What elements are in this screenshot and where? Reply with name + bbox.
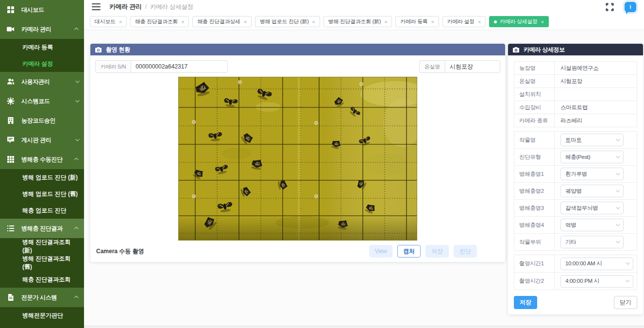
chevron-down-icon	[626, 261, 630, 265]
sidebar-item-label: 카메라 관리	[21, 25, 75, 34]
table-row: 카메라 종류라즈베리	[514, 114, 637, 127]
sidebar-item[interactable]: 전문가 시스템	[0, 288, 84, 307]
sidebar-item-label: 병해충 진단결과	[21, 224, 75, 233]
select-value: 토마토	[565, 137, 582, 144]
sidebar-item-label: 게시판 관리	[21, 136, 75, 144]
table-row: 병해충명2궤양병	[514, 183, 637, 200]
camera-info-table: 농장명시설원예연구소온실명시험포장설치위치수집장비스마트트랩카메라 종류라즈베리	[514, 61, 637, 127]
close-button[interactable]: 닫기	[614, 296, 637, 309]
tab-item[interactable]: 병해 업로드 진단 (新)×	[255, 16, 320, 27]
select-dropdown[interactable]: 역병	[560, 219, 624, 231]
sidebar-item-label: 농장코드승인	[21, 117, 78, 125]
sidebar-subitem[interactable]: 카메라 등록	[0, 39, 84, 55]
sidebar-item[interactable]: 시스템코드	[0, 91, 84, 111]
sidebar-item[interactable]: 병해충 진단결과	[0, 219, 84, 238]
doc-icon	[7, 293, 15, 301]
sidebar-subitem[interactable]: 병해전문가판단	[0, 307, 84, 324]
menu-toggle-icon[interactable]	[92, 3, 101, 10]
tab-close-icon[interactable]: ×	[312, 19, 315, 25]
tab-label: 병해 진단결과조회 (新)	[328, 18, 381, 25]
sidebar-subitem[interactable]: 병해 업로드 진단 (新)	[0, 169, 84, 186]
fullscreen-icon[interactable]	[606, 3, 614, 11]
sidebar-item-label: 전문가 시스템	[21, 293, 75, 302]
select-dropdown[interactable]: 흰가루병	[560, 168, 624, 180]
tab-item[interactable]: 대시보드×	[90, 16, 127, 27]
tab-item[interactable]: 병해 진단결과조회 (新)×	[323, 16, 392, 27]
sidebar-subitem[interactable]: 병해 진단결과조회 (新)	[0, 238, 84, 255]
tab-item[interactable]: 해충 진단결과조회×	[130, 16, 189, 27]
chevron-down-icon	[626, 278, 630, 283]
sidebar-item-label: 대시보드	[21, 6, 78, 14]
select-value: 10:00:00 AM 시	[565, 260, 602, 267]
tab-close-icon[interactable]: ×	[431, 19, 434, 25]
select-dropdown[interactable]: 10:00:00 AM 시	[560, 258, 633, 270]
greenhouse-input[interactable]	[445, 60, 500, 73]
tab-close-icon[interactable]: ×	[478, 19, 481, 25]
table-row: 작물부위기타	[514, 234, 637, 251]
tab-bar: 대시보드×해충 진단결과조회×해충 진단결과상세×병해 업로드 진단 (新)×병…	[84, 14, 644, 30]
sidebar-item[interactable]: 농장코드승인	[0, 111, 84, 130]
row-label: 촬영시간1	[514, 255, 555, 273]
tab-item[interactable]: 카메라 등록×	[395, 16, 439, 27]
select-value: 역병	[565, 222, 576, 229]
sidebar-item[interactable]: 대시보드	[0, 0, 84, 19]
sidebar-item[interactable]: 게시판 관리	[0, 130, 84, 150]
tab-label: 카메라 상세설정	[500, 18, 538, 25]
row-label: 농장명	[514, 62, 555, 75]
sidebar-item-label: 병해충 수동진단	[21, 155, 75, 164]
sidebar-subitem[interactable]: 병해 진단결과조회 (舊)	[0, 255, 84, 271]
sidebar-item[interactable]: 카메라 관리	[0, 19, 84, 39]
select-dropdown[interactable]: 궤양병	[560, 185, 624, 197]
table-row: 병해충명1흰가루병	[514, 166, 637, 183]
select-value: 궤양병	[565, 188, 582, 195]
chevron-down-icon	[616, 222, 620, 226]
chat-icon[interactable]: i	[625, 2, 636, 12]
tab-close-icon[interactable]: ×	[384, 19, 387, 25]
save-image-button[interactable]: 저장	[425, 245, 449, 258]
diagnose-button[interactable]: 진단	[454, 245, 477, 258]
sidebar-item[interactable]: 병해충 수동진단	[0, 150, 84, 169]
select-dropdown[interactable]: 토마토	[560, 134, 624, 146]
building-icon	[7, 117, 15, 124]
tab-close-icon[interactable]: ×	[119, 19, 122, 25]
tab-close-icon[interactable]: ×	[541, 19, 544, 25]
camera-sn-input[interactable]	[131, 60, 228, 73]
sidebar-subitem[interactable]: 해충 업로드 진단	[0, 202, 84, 219]
select-value: 갈색점무늬병	[565, 205, 598, 212]
table-row: 농장명시설원예연구소	[514, 62, 637, 75]
tab-item[interactable]: 카메라 설정×	[442, 16, 486, 27]
detail-panel-title: 카메라 상세정보	[524, 46, 565, 54]
save-button[interactable]: 저장	[514, 296, 537, 309]
chevron-down-icon	[75, 79, 79, 83]
breadcrumb-section: 카메라 관리	[109, 2, 142, 11]
sidebar-subitem[interactable]: 카메라 설정	[0, 55, 84, 72]
sidebar-subitem[interactable]: 해충 진단결과조회	[0, 271, 84, 288]
sidebar-subitem[interactable]: 병해 업로드 진단 (舊)	[0, 186, 84, 202]
table-row: 온실명시험포장	[514, 75, 637, 88]
greenhouse-label: 온실명	[419, 60, 445, 73]
select-value: 4:00:00 PM 시	[565, 277, 599, 285]
row-label: 카메라 종류	[514, 114, 555, 127]
sidebar-item[interactable]: 사용자관리	[0, 72, 84, 91]
sidebar-item-label: 시스템코드	[21, 97, 75, 105]
table-row: 촬영시간24:00:00 PM 시	[514, 273, 637, 290]
tab-close-icon[interactable]: ×	[244, 19, 247, 25]
tab-close-icon[interactable]: ×	[181, 19, 184, 25]
chevron-down-icon	[616, 205, 620, 209]
list-icon	[7, 224, 15, 232]
row-value: 시험포장	[555, 75, 637, 88]
row-label: 병해충명1	[514, 166, 555, 183]
select-dropdown[interactable]: 4:00:00 PM 시	[560, 275, 633, 288]
select-dropdown[interactable]: 갈색점무늬병	[560, 202, 624, 214]
camera-detail-panel: 카메라 상세정보 농장명시설원예연구소온실명시험포장설치위치수집장비스마트트랩카…	[508, 44, 643, 314]
row-label: 병해충명4	[514, 217, 555, 234]
row-label: 작물명	[514, 132, 555, 149]
view-button[interactable]: View	[369, 245, 392, 258]
sidebar: 대시보드카메라 관리카메라 등록카메라 설정사용자관리시스템코드농장코드승인게시…	[0, 0, 84, 328]
tab-active[interactable]: 카메라 상세설정×	[489, 16, 549, 27]
select-dropdown[interactable]: 해충(Pest)	[560, 151, 624, 163]
capture-button[interactable]: 캡처	[397, 245, 421, 258]
select-dropdown[interactable]: 기타	[560, 236, 624, 248]
tab-item[interactable]: 해충 진단결과상세×	[192, 16, 251, 27]
board-icon	[7, 136, 15, 144]
